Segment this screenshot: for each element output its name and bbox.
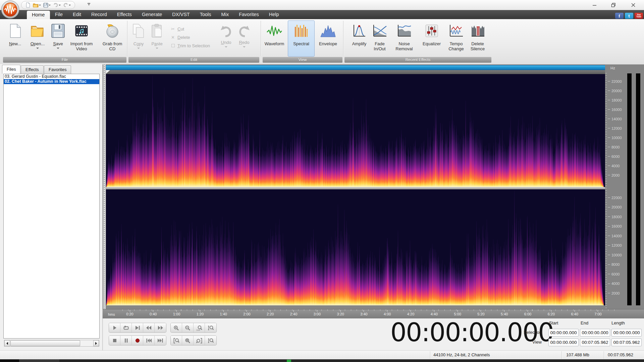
restore-button[interactable] bbox=[608, 1, 619, 9]
noise-removal-button[interactable]: Noise Removal bbox=[390, 21, 418, 56]
spectral-view-button[interactable]: Spectral bbox=[288, 20, 315, 57]
tab-record[interactable]: Record bbox=[86, 10, 112, 19]
zoom-vertical-button[interactable] bbox=[205, 323, 216, 333]
ribbon-tab-bar: Home File Edit Record Effects Generate D… bbox=[0, 10, 644, 19]
tick-dash-icon bbox=[608, 274, 610, 274]
selection-length-field[interactable]: 00:00:00.000 bbox=[611, 329, 642, 337]
tab-home[interactable]: Home bbox=[27, 11, 50, 19]
tick-mark-icon bbox=[293, 310, 294, 312]
loop-button[interactable] bbox=[120, 323, 132, 333]
file-list-item-selected[interactable]: 02. Chet Baker - Autumn in New York.flac bbox=[4, 79, 99, 84]
rewind-button[interactable] bbox=[143, 323, 155, 333]
record-button[interactable] bbox=[132, 336, 143, 345]
amplify-button[interactable]: Amplify bbox=[348, 21, 370, 56]
fade-in-out-button[interactable]: Fade In/Out bbox=[370, 21, 390, 56]
scrollbar-thumb[interactable] bbox=[10, 340, 80, 346]
play-to-end-button[interactable] bbox=[132, 323, 143, 333]
tick-mark-icon bbox=[598, 310, 598, 312]
scroll-right-arrow-icon[interactable] bbox=[93, 340, 99, 346]
sidebar-tab-favorites[interactable]: Favorites bbox=[44, 65, 71, 74]
scroll-left-arrow-icon[interactable] bbox=[4, 340, 10, 346]
play-position-marker-icon[interactable] bbox=[106, 70, 110, 74]
tick-dash-icon bbox=[608, 147, 610, 147]
selection-start-field[interactable]: 00:00:00.000 bbox=[548, 329, 579, 337]
view-length-field[interactable]: 00:07:05.962 bbox=[611, 339, 642, 346]
minimize-button[interactable] bbox=[589, 1, 600, 9]
frequency-tick: 12000 bbox=[608, 243, 622, 248]
waveform-view-button[interactable]: Waveform bbox=[262, 21, 286, 56]
tab-help[interactable]: Help bbox=[264, 10, 284, 19]
envelope-view-button[interactable]: Envelope bbox=[316, 21, 340, 56]
file-list-item[interactable]: 03. Gerard Gustin - Equation.flac bbox=[4, 74, 99, 79]
zoom-in-button[interactable] bbox=[171, 323, 182, 333]
spectrogram-channel-1[interactable] bbox=[106, 74, 605, 187]
save-file-icon[interactable] bbox=[43, 2, 51, 8]
timeline-tick: 3:00 bbox=[310, 310, 324, 316]
go-to-end-button[interactable] bbox=[155, 336, 166, 345]
app-logo-icon[interactable] bbox=[1, 0, 19, 19]
ribbon-group-edit: Copy Paste ✂ Cut ✕ Delete Trim to Select… bbox=[128, 19, 260, 64]
audio-format-status: 44100 Hz, 24-bit, 2 Channels bbox=[433, 352, 490, 357]
tempo-change-button[interactable]: Tempo Change bbox=[445, 21, 468, 56]
delete-silence-icon bbox=[470, 23, 485, 38]
redo-icon[interactable] bbox=[62, 2, 71, 8]
new-file-icon[interactable] bbox=[25, 2, 31, 8]
facebook-icon[interactable]: f bbox=[615, 13, 624, 19]
marker-strip[interactable] bbox=[106, 70, 605, 74]
file-list-horizontal-scrollbar[interactable] bbox=[4, 340, 99, 347]
open-button[interactable]: Open... bbox=[27, 21, 48, 56]
sidebar-tab-files[interactable]: Files bbox=[2, 65, 20, 74]
frequency-tick: 20000 bbox=[608, 88, 622, 93]
close-button[interactable] bbox=[628, 1, 639, 9]
grab-from-cd-button[interactable]: Grab from CD bbox=[100, 21, 124, 56]
frequency-tick: 4000 bbox=[608, 282, 622, 286]
youtube-icon[interactable]: YouTube bbox=[635, 13, 643, 19]
pause-button[interactable] bbox=[120, 336, 132, 345]
zoom-vertical-fit-button[interactable] bbox=[205, 336, 216, 345]
timeline-tick: 5:40 bbox=[497, 310, 512, 316]
view-end-field[interactable]: 00:07:05.962 bbox=[580, 339, 610, 346]
customize-quick-access-icon[interactable] bbox=[87, 3, 91, 7]
go-to-start-button[interactable] bbox=[143, 336, 155, 345]
dropdown-arrow-icon bbox=[36, 48, 39, 50]
transport-strip-top bbox=[109, 323, 166, 333]
stop-button[interactable] bbox=[109, 336, 120, 345]
twitter-icon[interactable]: t bbox=[625, 13, 633, 19]
zoom-out-button[interactable] bbox=[182, 323, 194, 333]
tab-tools[interactable]: Tools bbox=[195, 10, 216, 19]
timeline-tick: 4:20 bbox=[404, 310, 418, 316]
tab-effects[interactable]: Effects bbox=[112, 10, 137, 19]
fast-forward-button[interactable] bbox=[155, 323, 166, 333]
tab-file[interactable]: File bbox=[50, 10, 68, 19]
tab-dxvst[interactable]: DX/VST bbox=[167, 10, 195, 19]
zoom-selection-end-button[interactable] bbox=[194, 336, 205, 345]
tab-generate[interactable]: Generate bbox=[137, 10, 167, 19]
group-label-recent-effects: Recent Effects bbox=[344, 57, 491, 63]
undo-icon[interactable] bbox=[52, 2, 61, 8]
play-button[interactable] bbox=[109, 323, 120, 333]
undo-button[interactable]: Undo bbox=[217, 21, 235, 56]
delete-silence-button[interactable]: Delete Silence bbox=[468, 21, 488, 56]
timeline-ruler[interactable]: hms 0:200:401:001:201:402:002:202:403:00… bbox=[103, 309, 644, 318]
new-button[interactable]: New... bbox=[5, 21, 25, 56]
paste-button[interactable]: Paste bbox=[148, 21, 166, 56]
tab-mix[interactable]: Mix bbox=[216, 10, 234, 19]
view-start-field[interactable]: 00:00:00.000 bbox=[548, 339, 579, 346]
overview-position-bar[interactable] bbox=[106, 65, 605, 70]
import-from-video-button[interactable]: Import from Video bbox=[68, 21, 95, 56]
zoom-100-button[interactable]: 100 bbox=[194, 323, 205, 333]
tab-edit[interactable]: Edit bbox=[68, 10, 86, 19]
selection-end-field[interactable]: 00:00:00.000 bbox=[580, 329, 610, 337]
tick-dash-icon bbox=[608, 236, 610, 236]
copy-button[interactable]: Copy bbox=[129, 21, 148, 56]
open-file-icon[interactable] bbox=[32, 2, 42, 8]
redo-button[interactable]: Redo bbox=[235, 21, 253, 56]
sidebar-tab-effects[interactable]: Effects bbox=[21, 65, 44, 74]
zoom-selection-start-button[interactable] bbox=[171, 336, 182, 345]
save-button[interactable]: Save bbox=[50, 21, 66, 56]
zoom-selection-button[interactable] bbox=[182, 336, 194, 345]
equalizer-icon bbox=[424, 23, 439, 38]
spectrogram-channel-2[interactable] bbox=[106, 189, 605, 305]
equalizer-button[interactable]: Equalizer bbox=[419, 21, 444, 56]
tab-favorites[interactable]: Favorites bbox=[234, 10, 264, 19]
